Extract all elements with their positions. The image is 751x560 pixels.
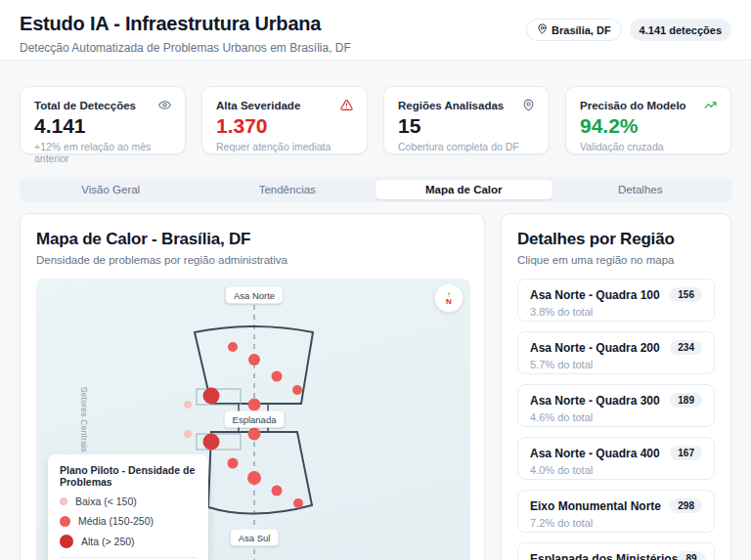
location-badge: Brasília, DF (526, 19, 622, 41)
stat-label: Regiões Analisadas (398, 100, 504, 111)
heatmap-point[interactable] (248, 428, 261, 441)
map-label-asa-norte: Asa Norte (226, 287, 283, 304)
stat-label: Total de Detecções (34, 100, 136, 111)
heatmap-point[interactable] (292, 385, 302, 395)
region-row-asa-norte-q100[interactable]: Asa Norte - Quadra 100 156 3.8% do total (517, 279, 715, 322)
tab-detalhes[interactable]: Detalhes (552, 180, 729, 199)
region-row-asa-norte-q400[interactable]: Asa Norte - Quadra 400 167 4.0% do total (517, 437, 715, 480)
region-details-panel: Detalhes por Região Clique em uma região… (501, 213, 731, 560)
region-count-badge: 89 (678, 551, 704, 560)
app-header: Estudo IA - Infraestrutura Urbana Detecç… (0, 0, 751, 61)
detections-badge: 4.141 detecções (630, 19, 731, 41)
stat-value: 4.141 (34, 114, 171, 138)
region-pct: 5.7% do total (530, 359, 702, 370)
details-subtitle: Clique em uma região no mapa (517, 254, 715, 266)
map-legend: Plano Piloto - Densidade de Problemas Ba… (48, 454, 208, 560)
region-count-badge: 234 (670, 340, 702, 355)
heatmap-point[interactable] (272, 486, 283, 496)
legend-title: Plano Piloto - Densidade de Problemas (60, 464, 197, 488)
region-pct: 4.6% do total (530, 411, 702, 423)
tab-bar: Visão Geral Tendências Mapa de Calor Det… (20, 177, 731, 202)
heatmap-point[interactable] (203, 434, 220, 451)
details-title: Detalhes por Região (517, 230, 715, 249)
legend-divider (60, 557, 197, 558)
map-label-asa-sul: Asa Sul (231, 530, 279, 546)
alert-triangle-icon (340, 99, 353, 111)
stat-card-regioes-analisadas: Regiões Analisadas 15 Cobertura completa… (383, 86, 550, 154)
map-pin-icon (537, 23, 548, 36)
heatmap-point[interactable] (203, 388, 220, 405)
map-subtitle: Densidade de problemas por região admini… (36, 254, 468, 266)
legend-item-media: Média (150-250) (60, 515, 197, 527)
region-count-badge: 156 (670, 287, 702, 302)
region-pct: 7.2% do total (530, 517, 702, 529)
heatmap-point[interactable] (293, 498, 303, 508)
stat-card-precisao-modelo: Precisão do Modelo 94.2% Validação cruza… (565, 86, 731, 154)
stat-card-alta-severidade: Alta Severidade 1.370 Requer atenção ime… (201, 86, 368, 154)
stat-sub: Validação cruzada (580, 141, 717, 152)
region-row-asa-norte-q300[interactable]: Asa Norte - Quadra 300 189 4.6% do total (517, 384, 715, 427)
region-pct: 3.8% do total (530, 306, 702, 318)
heatmap-canvas[interactable]: Asa Norte Esplanada Asa Sul Setores Cent… (36, 279, 470, 560)
legend-dot-baixa-icon (60, 497, 67, 505)
stats-row: Total de Detecções 4.141 +12% em relação… (20, 86, 731, 154)
region-row-asa-norte-q200[interactable]: Asa Norte - Quadra 200 234 5.7% do total (517, 331, 715, 374)
stat-value: 15 (398, 114, 535, 138)
map-label-esplanada: Esplanada (225, 411, 285, 428)
eye-icon (158, 99, 171, 111)
legend-item-baixa: Baixa (< 150) (60, 495, 197, 507)
heatmap-point[interactable] (248, 399, 261, 411)
region-row-eixo-monumental-norte[interactable]: Eixo Monumental Norte 298 7.2% do total (517, 490, 715, 533)
stat-sub: Requer atenção imediata (216, 141, 353, 152)
page-title: Estudo IA - Infraestrutura Urbana (20, 13, 351, 35)
stat-value: 94.2% (580, 114, 717, 138)
region-count-badge: 167 (670, 446, 702, 460)
region-row-esplanada-ministerios[interactable]: Esplanada dos Ministérios 89 (517, 542, 715, 560)
heatmap-point[interactable] (184, 401, 192, 409)
page-subtitle: Detecção Automatizada de Problemas Urban… (20, 41, 351, 55)
map-title: Mapa de Calor - Brasília, DF (36, 230, 468, 249)
stat-label: Alta Severidade (216, 100, 300, 111)
compass-north-icon: ↑ N (434, 283, 464, 313)
heatmap-point[interactable] (228, 342, 238, 352)
stat-value: 1.370 (216, 114, 353, 138)
heatmap-point[interactable] (272, 371, 283, 382)
trending-up-icon (704, 99, 717, 111)
heatmap-point[interactable] (248, 354, 260, 366)
legend-item-alta: Alta (> 250) (60, 535, 197, 548)
region-pct: 4.0% do total (530, 464, 702, 476)
tab-visao-geral[interactable]: Visão Geral (22, 180, 199, 199)
legend-dot-alta-icon (60, 535, 73, 548)
heatmap-point[interactable] (228, 458, 239, 469)
heatmap-point[interactable] (184, 430, 192, 438)
stat-label: Precisão do Modelo (580, 100, 686, 111)
region-count-badge: 189 (670, 393, 702, 408)
heatmap-panel: Mapa de Calor - Brasília, DF Densidade d… (20, 213, 485, 560)
tab-mapa-de-calor[interactable]: Mapa de Calor (376, 180, 552, 199)
map-pin-icon (522, 99, 535, 111)
stat-sub: +12% em relação ao mês anterior (34, 141, 171, 164)
map-label-setores-centrais: Setores Centrais (79, 386, 89, 452)
region-count-badge: 298 (670, 498, 702, 513)
stat-card-total-deteccoes: Total de Detecções 4.141 +12% em relação… (20, 86, 186, 154)
heatmap-point[interactable] (247, 471, 261, 485)
tab-tendencias[interactable]: Tendências (199, 180, 376, 199)
legend-dot-media-icon (60, 516, 70, 527)
stat-sub: Cobertura completa do DF (398, 141, 535, 152)
